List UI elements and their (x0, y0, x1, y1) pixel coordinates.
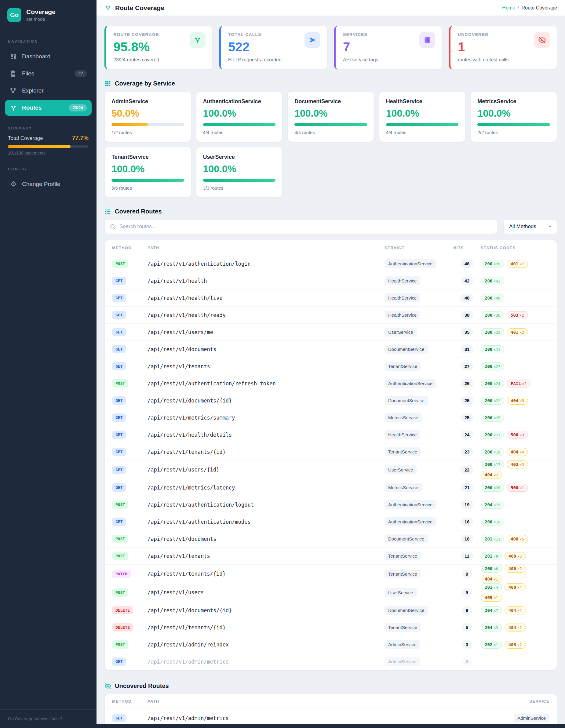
route-row[interactable]: GET/api/rest/v1/documents/{id}DocumentSe… (105, 392, 557, 409)
hits-count: 19 (461, 501, 474, 509)
route-row[interactable]: POST/api/rest/v1/authentication/refresh-… (105, 375, 557, 392)
service-tag: TenantService (385, 570, 421, 578)
hits-count: 38 (461, 311, 474, 319)
status-code-badge: 400×5 (507, 535, 528, 543)
hits-count: 9 (462, 570, 472, 578)
service-tag: DocumentService (385, 396, 428, 405)
sidebar-item-dashboard[interactable]: Dashboard (5, 49, 92, 64)
route-row[interactable]: POST/api/rest/v1/documentsDocumentServic… (105, 530, 557, 547)
status-code-badge: 200×33 (481, 328, 504, 336)
send-icon (308, 36, 316, 44)
status-codes: 202×1403×2 (481, 641, 549, 649)
status-code-badge: 200×40 (481, 294, 504, 302)
route-row[interactable]: POST/api/rest/v1/usersUserService9201×44… (105, 583, 557, 602)
sidebar-item-label: Explorer (22, 87, 44, 94)
route-row[interactable]: GET/api/rest/v1/tenantsTenantService2720… (105, 358, 557, 375)
route-row[interactable]: GET/api/rest/v1/tenants/{id}TenantServic… (105, 443, 557, 460)
top-header: Route Coverage Home / Route Coverage (97, 0, 565, 16)
status-codes: 200×42 (481, 277, 549, 285)
hits-count: 21 (461, 483, 474, 492)
col-service: SERVICE (385, 246, 453, 250)
service-card-AuthenticationService: AuthenticationService100.0%4/4 routes (196, 91, 283, 142)
route-row[interactable]: POST/api/rest/v1/tenantsTenantService112… (105, 547, 557, 564)
service-tag: MetricsService (385, 413, 422, 422)
route-row[interactable]: POST/api/rest/v1/authentication/logoutAu… (105, 496, 557, 513)
route-path: /api/rest/v1/documents (148, 536, 385, 542)
route-path: /api/rest/v1/health/ready (148, 312, 385, 318)
status-code-badge: 204×19 (481, 501, 504, 509)
method-filter-select[interactable]: All Methods (503, 219, 557, 234)
hits-count: 0 (462, 657, 472, 666)
route-row[interactable]: GET/api/rest/v1/metrics/summaryMetricsSe… (105, 409, 557, 426)
status-code-badge: 404×3 (507, 397, 528, 405)
sidebar-item-routes[interactable]: Routes23/24 (5, 100, 92, 116)
col-path: PATH (148, 699, 488, 704)
service-tag: TenantService (385, 623, 421, 632)
dashboard-icon (10, 53, 17, 60)
route-row[interactable]: GET/api/rest/v1/healthHealthService42200… (105, 272, 557, 289)
status-codes: 200×24FAIL×2 (481, 380, 549, 388)
method-badge: POST (112, 535, 128, 543)
breadcrumb-home-link[interactable]: Home (502, 5, 515, 11)
status-code-badge: 401×2 (507, 328, 528, 336)
method-badge: POST (112, 379, 128, 388)
route-row[interactable]: GET/api/rest/v1/health/readyHealthServic… (105, 306, 557, 323)
method-badge: POST (112, 640, 128, 649)
route-row[interactable]: GET/api/rest/v1/health/liveHealthService… (105, 289, 557, 306)
service-routes-count: 1/2 routes (111, 130, 184, 135)
gear-icon: ⚙ (10, 180, 17, 188)
sidebar-item-change-profile[interactable]: ⚙ Change Profile (5, 176, 92, 192)
status-codes: 200×27 (481, 362, 549, 370)
search-box (104, 219, 497, 234)
covered-routes-table: METHOD PATH SERVICE HITS↓ STATUS CODES P… (104, 240, 557, 670)
status-codes: 200×21500×3 (481, 431, 549, 439)
service-name: UserService (203, 154, 276, 160)
route-row[interactable]: PATCH/api/rest/v1/tenants/{id}TenantServ… (105, 564, 557, 583)
status-code-badge: 401×7 (507, 260, 528, 268)
service-progressbar (477, 123, 550, 126)
route-row[interactable]: GET/api/rest/v1/authentication/modesAuth… (105, 513, 557, 530)
route-row[interactable]: DELETE/api/rest/v1/documents/{id}Documen… (105, 602, 557, 619)
hits-count: 25 (461, 396, 474, 405)
service-tag: TenantService (385, 447, 421, 456)
hits-count: 16 (461, 518, 474, 526)
method-badge: POST (112, 501, 128, 509)
eye-off-icon (538, 36, 546, 44)
route-path: /api/rest/v1/documents/{id} (148, 607, 385, 613)
route-row[interactable]: GET/api/rest/v1/documentsDocumentService… (105, 340, 557, 358)
route-row[interactable]: GET/api/rest/v1/admin/metricsAdminServic… (105, 653, 557, 670)
method-badge: GET (112, 466, 126, 474)
stats-row: ROUTE COVERAGE95.8%23/24 routes coveredT… (104, 26, 557, 70)
route-row[interactable]: GET/api/rest/v1/health/detailsHealthServ… (105, 426, 557, 443)
route-path: /api/rest/v1/admin/metrics (148, 715, 488, 721)
route-row[interactable]: GET/api/rest/v1/users/meUserService35200… (105, 323, 557, 340)
grid-icon (104, 80, 111, 87)
status-codes: 200×33401×2 (481, 328, 549, 336)
app-logo[interactable]: Go Coverage set mode (0, 0, 97, 30)
sidebar-item-files[interactable]: Files27 (5, 66, 92, 82)
route-row[interactable]: GET/api/rest/v1/users/{id}UserService222… (105, 460, 557, 479)
col-hits-sort[interactable]: HITS↓ (453, 246, 481, 250)
service-tag: AuthenticationService (385, 259, 436, 268)
search-input[interactable] (119, 224, 492, 230)
sidebar-item-explorer[interactable]: Explorer (5, 83, 92, 99)
route-path: /api/rest/v1/authentication/logout (148, 502, 385, 508)
sidebar-item-badge: 27 (75, 70, 87, 77)
method-badge: GET (112, 396, 126, 405)
status-code-badge: FAIL×2 (507, 380, 530, 388)
service-tag: HealthService (385, 430, 420, 439)
route-path: /api/rest/v1/authentication/refresh-toke… (148, 380, 385, 387)
route-row[interactable]: GET/api/rest/v1/metrics/latencyMetricsSe… (105, 479, 557, 496)
service-routes-count: 4/4 routes (203, 130, 276, 135)
hits-count: 31 (461, 345, 474, 353)
route-row[interactable]: POST/api/rest/v1/admin/reindexAdminServi… (105, 636, 557, 653)
route-path: /api/rest/v1/users/{id} (148, 467, 385, 473)
coverage-by-service-title: Coverage by Service (115, 80, 175, 87)
status-codes: 204×3404×2 (481, 624, 549, 632)
route-row[interactable]: POST/api/rest/v1/authentication/loginAut… (105, 255, 557, 272)
method-badge: GET (112, 518, 126, 526)
method-badge: GET (112, 294, 126, 302)
route-row[interactable]: DELETE/api/rest/v1/tenants/{id}TenantSer… (105, 619, 557, 636)
hits-count: 9 (462, 588, 472, 597)
method-badge: GET (112, 328, 126, 336)
